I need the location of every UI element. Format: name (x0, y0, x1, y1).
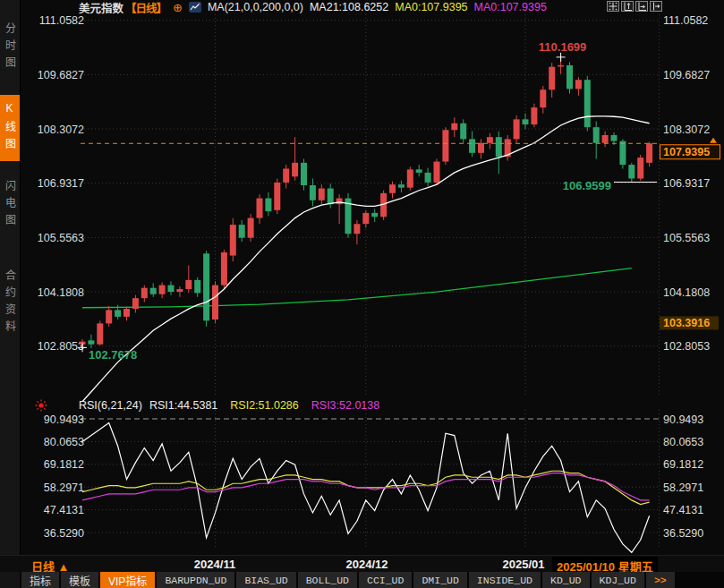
svg-text:47.4131: 47.4131 (663, 504, 703, 516)
tab-barupdn-ud[interactable]: BARUPDN_UD (157, 572, 234, 588)
svg-text:69.1812: 69.1812 (44, 458, 84, 471)
svg-text:90.9493: 90.9493 (663, 413, 703, 426)
svg-text:36.5290: 36.5290 (663, 527, 703, 540)
svg-text:80.0653: 80.0653 (44, 436, 84, 448)
rsi-chart[interactable]: 90.949390.949380.065380.065369.181269.18… (0, 405, 724, 555)
svg-text:109.6827: 109.6827 (663, 69, 710, 81)
svg-text:102.8053: 102.8053 (663, 340, 710, 353)
svg-text:58.2971: 58.2971 (663, 481, 703, 494)
tab-bias-ud[interactable]: BIAS_UD (236, 572, 295, 588)
svg-text:69.1812: 69.1812 (663, 458, 703, 471)
svg-text:111.0582: 111.0582 (39, 14, 84, 27)
svg-text:102.7678: 102.7678 (89, 348, 137, 362)
tab-kd-ud[interactable]: KD_UD (542, 572, 590, 588)
svg-text:58.2971: 58.2971 (44, 481, 84, 494)
tab-dmi-ud[interactable]: DMI_UD (413, 572, 466, 588)
svg-text:36.5290: 36.5290 (44, 527, 84, 540)
tab-kdj-ud[interactable]: KDJ_UD (592, 572, 644, 588)
svg-text:110.1699: 110.1699 (539, 40, 587, 54)
svg-text:105.5563: 105.5563 (663, 232, 710, 244)
tab-cci-ud[interactable]: CCI_UD (359, 572, 412, 588)
svg-text:106.9599: 106.9599 (563, 179, 611, 192)
svg-text:111.0582: 111.0582 (663, 14, 708, 27)
svg-text:108.3072: 108.3072 (38, 124, 84, 136)
tab-boll-ud[interactable]: BOLL_UD (298, 572, 357, 588)
svg-text:108.3072: 108.3072 (663, 124, 710, 136)
svg-text:90.9493: 90.9493 (44, 413, 84, 426)
tab-more[interactable]: >> (646, 572, 675, 588)
x-tick-month: 2024/12 (346, 558, 388, 571)
svg-text:47.4131: 47.4131 (44, 504, 84, 516)
tab-vip-indicators[interactable]: VIP指标 (100, 572, 155, 588)
x-tick-month: 2024/11 (194, 558, 235, 571)
tab-inside-ud[interactable]: INSIDE_UD (469, 572, 541, 588)
tab-bar-spacer (0, 572, 20, 588)
tab-templates[interactable]: 模板 (61, 572, 98, 588)
svg-text:80.0653: 80.0653 (663, 436, 703, 448)
svg-text:104.1808: 104.1808 (663, 286, 710, 299)
svg-text:104.1808: 104.1808 (38, 286, 84, 299)
svg-text:105.5563: 105.5563 (38, 232, 84, 244)
svg-text:107.9395: 107.9395 (663, 146, 710, 158)
x-axis-row: 日线 ▲ 2024/11 2024/12 2025/01 2025/01/10 … (0, 555, 724, 573)
svg-text:109.6827: 109.6827 (38, 69, 84, 81)
tab-indicators[interactable]: 指标 (21, 572, 59, 588)
svg-text:106.9317: 106.9317 (663, 177, 710, 190)
svg-text:103.3916: 103.3916 (663, 317, 710, 329)
indicator-tab-bar: 指标 模板 VIP指标 BARUPDN_UD BIAS_UD BOLL_UD C… (0, 572, 724, 588)
svg-text:106.9317: 106.9317 (38, 177, 84, 190)
main-chart[interactable]: 111.0582111.0582109.6827109.6827108.3072… (0, 0, 724, 405)
x-tick-month: 2025/01 (503, 558, 545, 571)
chart-application: 分时图 K线图 闪电图 合约资料 美元指数【日线】 ⊕ MA(21,0,0,20… (0, 0, 724, 588)
svg-text:102.8053: 102.8053 (38, 340, 84, 353)
